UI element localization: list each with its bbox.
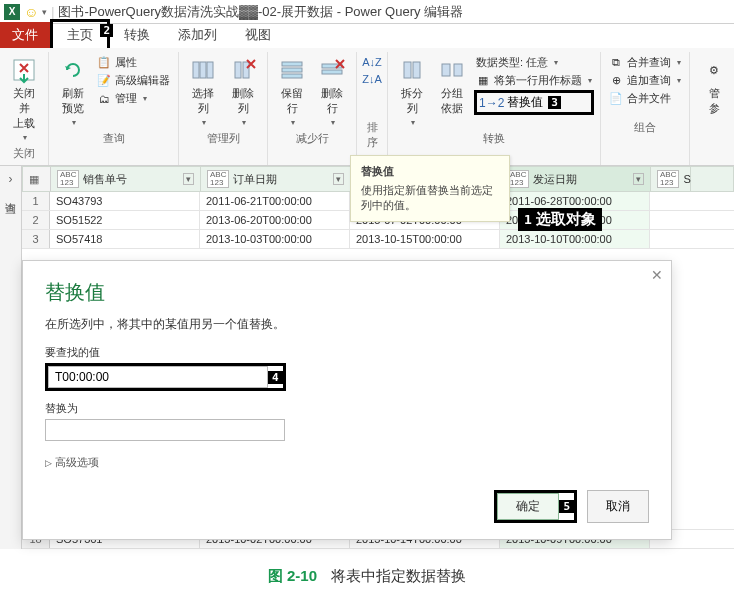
header-icon: ▦ bbox=[476, 74, 490, 88]
queries-pane-collapsed[interactable]: › 查询 bbox=[0, 166, 22, 549]
marker-5: 5 bbox=[559, 500, 574, 513]
svg-rect-10 bbox=[322, 70, 342, 74]
filter-icon[interactable]: ▾ bbox=[333, 173, 344, 185]
tab-file[interactable]: 文件 bbox=[0, 22, 50, 48]
sort-desc-button[interactable]: Z↓A bbox=[363, 71, 381, 87]
svg-rect-4 bbox=[235, 62, 241, 78]
refresh-icon bbox=[59, 56, 87, 84]
ribbon: 关闭并 上载 关闭 刷新 预览 📋属性 📝高级编辑器 🗂管理 查询 选择 列 删… bbox=[0, 48, 734, 166]
append-queries-button[interactable]: ⊕追加查询 bbox=[607, 72, 683, 89]
ribbon-tabs: 文件 主页 2 转换 添加列 视图 bbox=[0, 24, 734, 48]
col-header-last[interactable]: ABC 123S bbox=[651, 167, 691, 191]
dialog-buttons: 确定 5 取消 bbox=[45, 490, 649, 523]
window-title: 图书-PowerQuery数据清洗实战▓▓-02-展开数据 - Power Qu… bbox=[58, 3, 463, 21]
ribbon-group-transform: 拆分 列 分组 依据 数据类型: 任意 ▦将第一行用作标题 1→2 替换值 3 … bbox=[388, 52, 601, 165]
svg-rect-14 bbox=[454, 64, 462, 76]
col-header-orderdate[interactable]: ABC 123订单日期▾ bbox=[201, 167, 351, 191]
replace-label: 替换值 bbox=[507, 94, 543, 111]
manage-icon: 🗂 bbox=[97, 92, 111, 106]
excel-icon: X bbox=[4, 4, 20, 20]
figure-text: 将表中指定数据替换 bbox=[331, 567, 466, 584]
svg-rect-5 bbox=[243, 62, 249, 78]
remove-columns-button[interactable]: 删除 列 bbox=[225, 54, 261, 129]
remove-row-icon bbox=[318, 56, 346, 84]
merge-queries-button[interactable]: ⧉合并查询 bbox=[607, 54, 683, 71]
advanced-options-toggle[interactable]: 高级选项 bbox=[45, 455, 649, 470]
sort-asc-icon: A↓Z bbox=[365, 55, 379, 69]
svg-rect-3 bbox=[207, 62, 213, 78]
remove-rows-button[interactable]: 删除 行 bbox=[314, 54, 350, 129]
ok-button[interactable]: 确定 bbox=[497, 493, 559, 520]
group-by-button[interactable]: 分组 依据 bbox=[434, 54, 470, 118]
properties-icon: 📋 bbox=[97, 56, 111, 70]
ribbon-group-sort: A↓Z Z↓A 排序 bbox=[357, 52, 388, 165]
tab-addcolumn[interactable]: 添加列 bbox=[164, 22, 231, 48]
refresh-preview-button[interactable]: 刷新 预览 bbox=[55, 54, 91, 129]
group-label-sort: 排序 bbox=[363, 118, 381, 152]
choose-columns-button[interactable]: 选择 列 bbox=[185, 54, 221, 129]
cancel-button[interactable]: 取消 bbox=[587, 490, 649, 523]
svg-rect-8 bbox=[282, 74, 302, 78]
filter-icon[interactable]: ▾ bbox=[183, 173, 194, 185]
type-icon: ABC 123 bbox=[207, 170, 229, 188]
col-header-sales[interactable]: ABC 123销售单号▾ bbox=[51, 167, 201, 191]
type-icon: ABC 123 bbox=[57, 170, 79, 188]
ribbon-group-params: ⚙管 参 bbox=[690, 52, 734, 165]
sort-desc-icon: Z↓A bbox=[365, 72, 379, 86]
keep-rows-button[interactable]: 保留 行 bbox=[274, 54, 310, 129]
adv-editor-icon: 📝 bbox=[97, 74, 111, 88]
append-icon: ⊕ bbox=[609, 74, 623, 88]
tab-home[interactable]: 主页 2 bbox=[50, 19, 110, 48]
ok-button-wrap: 确定 5 bbox=[494, 490, 577, 523]
manage-params-button[interactable]: ⚙管 参 bbox=[696, 54, 732, 118]
use-first-row-header-button[interactable]: ▦将第一行用作标题 bbox=[474, 72, 594, 89]
tab-transform[interactable]: 转换 bbox=[110, 22, 164, 48]
smiley-icon: ☺ bbox=[24, 4, 38, 20]
marker-4: 4 bbox=[268, 371, 283, 384]
type-icon: ABC 123 bbox=[507, 170, 529, 188]
title-bar: X ☺ ▾ | 图书-PowerQuery数据清洗实战▓▓-02-展开数据 - … bbox=[0, 0, 734, 24]
groupby-icon bbox=[438, 56, 466, 84]
tooltip-body: 使用指定新值替换当前选定列中的值。 bbox=[361, 183, 499, 213]
split-col-icon bbox=[398, 56, 426, 84]
dialog-description: 在所选列中，将其中的某值用另一个值替换。 bbox=[45, 316, 649, 333]
row-header-corner[interactable]: ▦ bbox=[23, 167, 51, 191]
tab-view[interactable]: 视图 bbox=[231, 22, 285, 48]
figure-number: 图 2-10 bbox=[268, 567, 317, 584]
marker-1: 1 bbox=[524, 212, 532, 227]
merge-files-button[interactable]: 📄合并文件 bbox=[607, 90, 683, 107]
split-column-button[interactable]: 拆分 列 bbox=[394, 54, 430, 129]
datatype-button[interactable]: 数据类型: 任意 bbox=[474, 54, 594, 71]
type-icon: ABC 123 bbox=[657, 170, 679, 188]
close-icon[interactable]: ✕ bbox=[651, 267, 663, 283]
svg-rect-11 bbox=[404, 62, 411, 78]
replace-label: 替换为 bbox=[45, 401, 649, 416]
replace-values-dialog: ✕ 替换值 在所选列中，将其中的某值用另一个值替换。 要查找的值 4 替换为 高… bbox=[22, 260, 672, 540]
advanced-editor-button[interactable]: 📝高级编辑器 bbox=[95, 72, 172, 89]
svg-rect-12 bbox=[413, 62, 420, 78]
replace-values-button[interactable]: 1→2 替换值 3 bbox=[474, 90, 594, 115]
replace-with-input[interactable] bbox=[45, 419, 285, 441]
qat-dropdown[interactable]: ▾ bbox=[42, 7, 47, 17]
group-label-query: 查询 bbox=[55, 129, 172, 148]
sort-asc-button[interactable]: A↓Z bbox=[363, 54, 381, 70]
find-value-input[interactable] bbox=[48, 366, 268, 388]
svg-rect-13 bbox=[442, 64, 450, 76]
svg-rect-2 bbox=[200, 62, 206, 78]
manage-button[interactable]: 🗂管理 bbox=[95, 90, 172, 107]
replace-icon: 1→2 bbox=[479, 96, 504, 110]
figure-caption: 图 2-10 将表中指定数据替换 bbox=[0, 549, 734, 594]
tab-home-label: 主页 bbox=[67, 27, 93, 42]
dialog-title: 替换值 bbox=[45, 279, 649, 306]
filter-icon[interactable]: ▾ bbox=[633, 173, 644, 185]
expand-icon[interactable]: › bbox=[9, 172, 13, 186]
choose-col-icon bbox=[189, 56, 217, 84]
marker-3: 3 bbox=[548, 96, 561, 109]
table-row[interactable]: 3 SO57418 2013-10-03T00:00:00 2013-10-15… bbox=[22, 230, 734, 249]
qat-sep: | bbox=[51, 5, 54, 19]
properties-button[interactable]: 📋属性 bbox=[95, 54, 172, 71]
close-load-button[interactable]: 关闭并 上载 bbox=[6, 54, 42, 144]
svg-rect-7 bbox=[282, 68, 302, 72]
col-header-shipdate[interactable]: ABC 123发运日期▾ bbox=[501, 167, 651, 191]
svg-rect-1 bbox=[193, 62, 199, 78]
